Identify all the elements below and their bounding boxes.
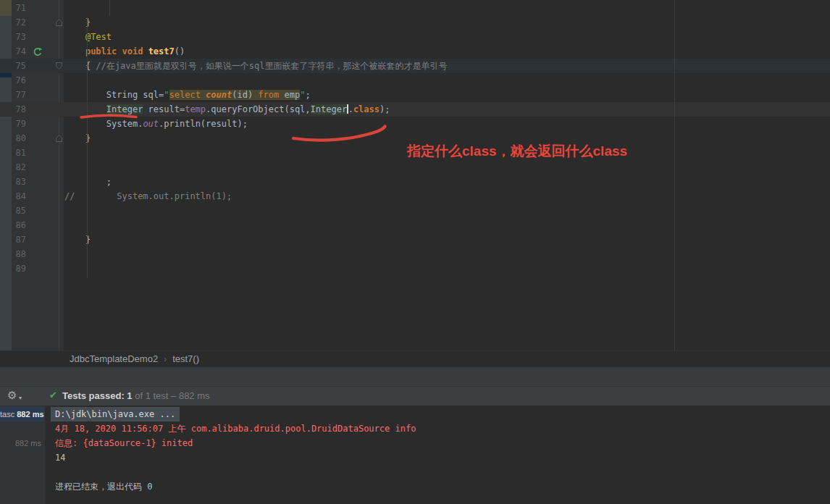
tests-passed-summary: Tests passed: 1 of 1 test – 882 ms [62, 390, 210, 401]
code-line[interactable]: 73 @Test [0, 30, 830, 44]
line-number[interactable]: 83 [9, 175, 26, 189]
code-text: { //在java里面就是双引号，如果说一个sql里面嵌套了字符串，那这个被嵌套… [64, 59, 447, 73]
identifier-highlight: Integer [106, 104, 143, 114]
test-result-toolbar: ⚙ ▾ ✔ Tests passed: 1 of 1 test – 882 ms [0, 386, 830, 406]
code-text: String sql="select count(id) from emp"; [64, 88, 311, 102]
line-number[interactable]: 77 [9, 88, 26, 102]
code-line[interactable]: 71 [0, 1, 830, 15]
line-number[interactable]: 79 [9, 117, 26, 131]
line-number[interactable]: 74 [9, 44, 26, 59]
run-test-icon[interactable] [33, 46, 43, 56]
line-number[interactable]: 87 [9, 232, 26, 247]
run-console-panel: tasc 882 ms882 ms D:\jdk\bin\java.exe ..… [0, 406, 830, 504]
annotation-note-text: 指定什么class，就会返回什么class [407, 142, 627, 161]
console-output[interactable]: D:\jdk\bin\java.exe ...4月 18, 2020 11:56… [45, 406, 830, 504]
line-number[interactable]: 78 [9, 102, 26, 117]
fold-icon[interactable] [56, 135, 62, 142]
code-line[interactable]: 78 Integer result=temp.queryForObject(sq… [0, 102, 830, 117]
code-text: System.out.println(result); [64, 117, 248, 131]
line-number[interactable]: 75 [9, 59, 26, 73]
line-number[interactable]: 86 [9, 218, 26, 232]
line-number[interactable]: 76 [9, 73, 26, 88]
tests-passed-detail: of 1 test – 882 ms [133, 390, 210, 401]
code-line[interactable]: 86 [0, 218, 830, 232]
identifier-highlight: Integer [311, 104, 348, 114]
test-tree-row[interactable]: 882 ms [0, 436, 45, 450]
console-line: 信息: {dataSource-1} inited [55, 436, 193, 450]
code-text: public void test7() [64, 44, 185, 59]
chevron-down-icon: ▾ [19, 395, 22, 401]
test-name: tasc [0, 410, 17, 419]
code-line[interactable]: 76 [0, 73, 830, 88]
line-number[interactable]: 82 [9, 160, 26, 175]
test-duration: 882 ms [15, 439, 41, 448]
test-duration: 882 ms [17, 410, 43, 419]
code-line[interactable]: 85 [0, 203, 830, 218]
code-text: // System.out.println(1); [64, 189, 232, 203]
code-line[interactable]: 74 public void test7() [0, 44, 830, 59]
test-tree-sidebar[interactable]: tasc 882 ms882 ms [0, 406, 45, 504]
code-line[interactable]: 83 ; [0, 175, 830, 189]
code-line[interactable]: 79 System.out.println(result); [0, 117, 830, 131]
editor-pane[interactable]: 7172 }73 @Test74 public void test7()75 {… [0, 0, 830, 350]
breadcrumb: JdbcTemplateDemo2›test7() [0, 350, 830, 367]
code-line[interactable]: 89 [0, 261, 830, 276]
line-number[interactable]: 84 [9, 189, 26, 203]
line-number[interactable]: 72 [9, 15, 26, 30]
code-text: Integer result=temp.queryForObject(sql,I… [64, 102, 390, 117]
breadcrumb-method[interactable]: test7() [172, 353, 199, 364]
line-number[interactable]: 80 [9, 131, 26, 146]
test-passed-check-icon: ✔ [49, 390, 57, 400]
code-line[interactable]: 84// System.out.println(1); [0, 189, 830, 203]
code-line[interactable]: 72 } [0, 15, 830, 30]
indent-guide [87, 17, 88, 278]
run-toolwindow-header [0, 367, 830, 386]
code-text: @Test [64, 30, 112, 44]
code-line[interactable]: 77 String sql="select count(id) from emp… [0, 88, 830, 102]
right-margin-guide [674, 0, 675, 350]
code-line[interactable]: 82 [0, 160, 830, 175]
tests-passed-count: Tests passed: 1 [62, 390, 133, 401]
code-line[interactable]: 87 } [0, 232, 830, 247]
breadcrumb-separator-icon: › [158, 354, 172, 364]
console-line: 进程已结束，退出代码 0 [55, 479, 152, 494]
console-line: 4月 18, 2020 11:56:07 上午 com.alibaba.drui… [55, 421, 416, 436]
fold-icon[interactable] [56, 19, 62, 26]
line-number[interactable]: 85 [9, 203, 26, 218]
line-number[interactable]: 89 [9, 261, 26, 276]
console-line: 14 [55, 450, 65, 465]
test-tree-row[interactable]: tasc 882 ms [0, 407, 45, 421]
console-command-line[interactable]: D:\jdk\bin\java.exe ... [51, 407, 180, 421]
code-line[interactable]: 88 [0, 247, 830, 261]
fold-icon[interactable] [56, 62, 62, 70]
breadcrumb-class[interactable]: JdbcTemplateDemo2 [70, 353, 158, 364]
code-line[interactable]: 75 { //在java里面就是双引号，如果说一个sql里面嵌套了字符串，那这个… [0, 59, 830, 73]
code-text: ; [64, 175, 112, 189]
ide-window: 7172 }73 @Test74 public void test7()75 {… [0, 0, 830, 504]
gear-icon[interactable]: ⚙ [7, 389, 17, 402]
line-number[interactable]: 81 [9, 146, 26, 160]
line-number[interactable]: 71 [9, 1, 26, 15]
line-number[interactable]: 88 [9, 247, 26, 261]
line-number[interactable]: 73 [9, 30, 26, 44]
indent-guide-stub [109, 0, 110, 16]
